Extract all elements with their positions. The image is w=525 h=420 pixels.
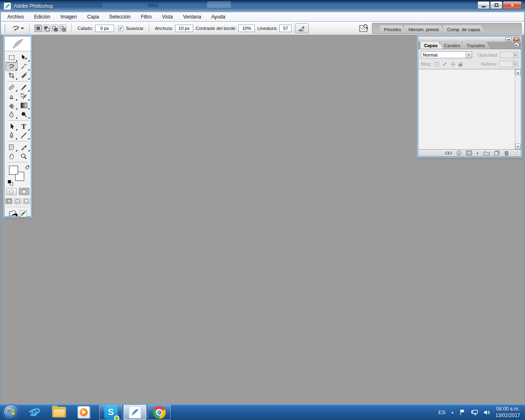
pen-pressure-button[interactable] xyxy=(295,23,309,33)
palette-close-button[interactable]: × xyxy=(513,37,520,41)
menu-vista[interactable]: Vista xyxy=(162,14,173,20)
tool-zoom[interactable] xyxy=(18,152,30,161)
link-layers-icon[interactable] xyxy=(445,151,452,155)
menu-seleccion[interactable]: Selección xyxy=(109,14,130,20)
layer-mask-icon[interactable] xyxy=(466,151,472,155)
layers-scrollbar[interactable]: ▲ ▼ xyxy=(515,69,521,149)
show-hidden-icons-button[interactable]: ▲ xyxy=(451,411,454,414)
suavizar-checkbox[interactable]: ✓ xyxy=(118,26,123,31)
clock[interactable]: 08:00 a.m. 13/02/2017 xyxy=(495,406,520,419)
scroll-down-button[interactable]: ▼ xyxy=(515,144,521,149)
tool-gradient[interactable] xyxy=(18,101,30,110)
tool-rectangular-marquee[interactable] xyxy=(5,53,18,62)
restore-button[interactable] xyxy=(490,1,502,9)
tool-magic-wand[interactable] xyxy=(18,62,30,71)
tool-hand[interactable] xyxy=(5,152,18,161)
layers-palette-titlebar[interactable]: × xyxy=(418,37,521,42)
fill-slider-button[interactable]: ▶ xyxy=(513,61,518,67)
standard-mode-button[interactable] xyxy=(6,188,17,195)
add-to-selection-button[interactable] xyxy=(43,25,50,32)
tool-blur[interactable] xyxy=(5,110,18,119)
default-colors-button[interactable] xyxy=(8,180,13,185)
minimize-button[interactable] xyxy=(477,1,490,9)
menu-archivo[interactable]: Archivo xyxy=(7,14,24,20)
subtract-from-selection-button[interactable] xyxy=(51,25,58,32)
tab-canales[interactable]: Canales xyxy=(440,42,466,49)
palette-resize-grip[interactable]: .:: xyxy=(514,151,518,155)
menu-filtro[interactable]: Filtro xyxy=(141,14,152,20)
tool-clone-stamp[interactable] xyxy=(5,92,18,101)
menu-imagen[interactable]: Imagen xyxy=(60,14,77,20)
menu-capa[interactable]: Capa xyxy=(87,14,99,20)
tool-history-brush[interactable] xyxy=(18,92,30,101)
tool-healing-brush[interactable] xyxy=(5,83,18,92)
opacity-input[interactable] xyxy=(500,52,514,58)
tool-notes[interactable] xyxy=(5,143,18,152)
action-center-flag-icon[interactable] xyxy=(459,409,466,415)
new-group-folder-icon[interactable] xyxy=(484,151,490,155)
jump-to-imageready-button[interactable] xyxy=(5,208,30,219)
calado-input[interactable] xyxy=(95,25,114,32)
scroll-up-button[interactable]: ▲ xyxy=(515,69,521,75)
taskbar-media-player[interactable] xyxy=(75,405,93,420)
opacity-slider-button[interactable]: ▶ xyxy=(514,52,519,58)
tab-pinceles[interactable]: Pinceles xyxy=(380,25,407,34)
close-button[interactable]: × xyxy=(503,1,522,9)
options-bar-grip[interactable] xyxy=(4,24,6,33)
standard-screen-mode-button[interactable] xyxy=(5,198,12,204)
foreground-color-swatch[interactable] xyxy=(9,166,18,175)
swap-colors-button[interactable] xyxy=(25,165,30,170)
contraste-input[interactable] xyxy=(238,25,255,32)
file-browser-toggle-button[interactable] xyxy=(358,23,370,34)
fill-input[interactable] xyxy=(499,61,513,67)
tool-line[interactable] xyxy=(18,131,30,140)
tool-dodge[interactable] xyxy=(18,110,30,119)
menu-ventana[interactable]: Ventana xyxy=(183,14,201,20)
taskbar-chrome-button[interactable] xyxy=(148,405,171,420)
fullscreen-with-menu-button[interactable] xyxy=(14,198,21,204)
start-button[interactable] xyxy=(3,404,19,420)
tool-crop[interactable] xyxy=(5,71,18,80)
taskbar-photoshop-button[interactable] xyxy=(123,405,146,420)
photoshop-window-titlebar[interactable]: Adobe Photoshop × xyxy=(0,0,525,12)
lock-transparency-icon[interactable] xyxy=(435,62,439,66)
new-layer-icon[interactable] xyxy=(494,151,500,155)
tab-capas[interactable]: Capas xyxy=(420,42,443,49)
tool-pen[interactable] xyxy=(5,131,18,140)
tab-comp-de-capas[interactable]: Comp. de capas xyxy=(443,25,486,34)
quick-mask-mode-button[interactable] xyxy=(19,188,30,195)
volume-speaker-icon[interactable] xyxy=(484,409,490,415)
network-icon[interactable] xyxy=(471,409,478,415)
palette-minimize-button[interactable] xyxy=(505,37,512,41)
blend-mode-select[interactable]: Normal ▼ xyxy=(421,51,472,58)
taskbar-internet-explorer[interactable]: e xyxy=(25,405,43,420)
layers-list-empty[interactable]: ▲ ▼ xyxy=(418,69,521,149)
lock-paint-brush-icon[interactable] xyxy=(442,62,447,67)
language-indicator[interactable]: ES xyxy=(438,409,445,415)
layer-style-icon[interactable]: ƒ xyxy=(457,151,461,155)
taskbar-skype-button[interactable]: S xyxy=(99,405,122,420)
tool-eyedropper[interactable] xyxy=(18,143,30,152)
tab-trazados[interactable]: Trazados xyxy=(463,42,490,49)
menu-edicion[interactable]: Edición xyxy=(34,14,50,20)
anchura-input[interactable] xyxy=(175,25,193,32)
palette-menu-button[interactable]: ▶ xyxy=(514,42,519,48)
tool-type[interactable]: T xyxy=(18,122,30,131)
menu-ayuda[interactable]: Ayuda xyxy=(211,14,225,20)
taskbar-windows-explorer[interactable] xyxy=(50,405,68,420)
current-tool-button[interactable] xyxy=(9,23,26,33)
lock-all-padlock-icon[interactable] xyxy=(459,64,462,66)
delete-layer-trash-icon[interactable] xyxy=(504,151,509,156)
toolbox-header[interactable] xyxy=(5,37,31,51)
adjustment-layer-icon[interactable]: ◐ xyxy=(477,151,479,155)
tool-brush[interactable] xyxy=(18,83,30,92)
fullscreen-mode-button[interactable] xyxy=(23,198,30,204)
tab-herram-preest[interactable]: Herram. preest. xyxy=(404,25,445,34)
lineatura-input[interactable] xyxy=(279,25,292,32)
tool-magnetic-lasso[interactable] xyxy=(5,62,18,71)
tool-move[interactable] xyxy=(18,53,30,62)
tool-slice[interactable] xyxy=(18,71,30,80)
new-selection-button[interactable] xyxy=(34,25,42,32)
tool-path-selection[interactable] xyxy=(5,122,18,131)
lock-position-move-icon[interactable] xyxy=(450,62,456,67)
